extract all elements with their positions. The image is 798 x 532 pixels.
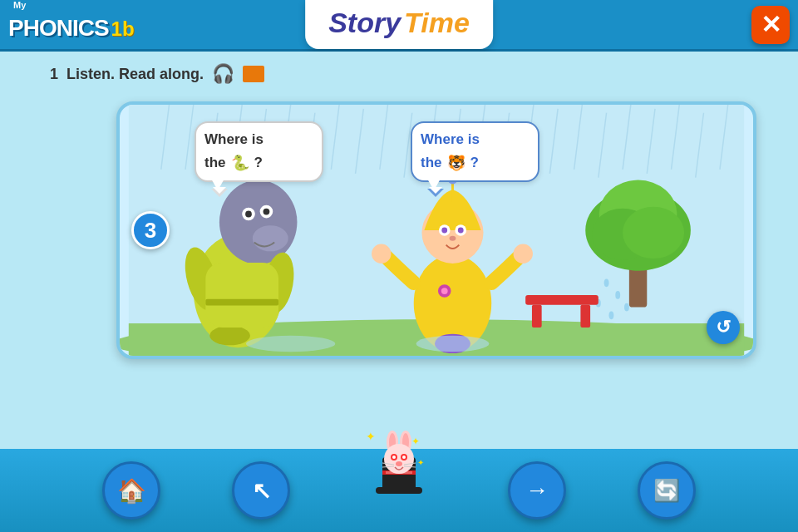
bubble-right-end: ?	[470, 153, 479, 173]
bottom-navigation: ✦ ✦ ✦ 🏠 ↖ → 🔄	[0, 449, 798, 532]
story-scene: 3 Where is the 🐍 ? Where is the 🐯 ?	[116, 101, 756, 359]
svg-text:✦: ✦	[417, 458, 424, 467]
svg-point-84	[396, 461, 402, 466]
replay-button[interactable]: ↺	[707, 311, 740, 344]
home-button[interactable]: 🏠	[102, 461, 160, 520]
svg-point-59	[458, 228, 464, 234]
home-icon: 🏠	[117, 477, 146, 505]
speech-bubble-right: Where is the 🐯 ?	[411, 121, 539, 182]
bubble-right-line1: Where is	[421, 130, 530, 150]
next-button[interactable]: →	[508, 461, 566, 520]
svg-point-68	[416, 336, 490, 352]
headphones-icon: 🎧	[212, 63, 234, 85]
svg-point-31	[623, 207, 684, 259]
svg-point-35	[624, 303, 629, 312]
close-button[interactable]: ✕	[751, 6, 790, 44]
time-word: Time	[404, 7, 470, 39]
step-number: 3	[145, 218, 156, 244]
svg-rect-53	[205, 299, 278, 306]
story-word: Story	[328, 7, 401, 39]
svg-point-36	[609, 311, 614, 319]
svg-point-66	[514, 244, 533, 264]
svg-point-69	[246, 336, 335, 352]
svg-rect-52	[205, 263, 278, 328]
svg-point-82	[392, 456, 396, 459]
story-time-banner: Story Time	[305, 0, 493, 49]
svg-point-49	[209, 326, 250, 345]
step-number-badge: 3	[131, 211, 170, 249]
snake-icon: 🐍	[231, 153, 249, 174]
logo-phonics: PHONICS	[8, 15, 109, 42]
logo-area: My PHONICS 1b	[8, 8, 135, 42]
svg-point-46	[264, 209, 270, 215]
next-icon: →	[525, 477, 549, 504]
svg-point-60	[450, 236, 456, 241]
logo-1b: 1b	[111, 17, 135, 41]
bubble-left-line2: the	[204, 153, 226, 173]
svg-point-33	[615, 291, 620, 299]
svg-rect-71	[376, 487, 422, 494]
logo-my: My	[13, 0, 26, 10]
bubble-left-end: ?	[254, 153, 263, 173]
instruction-row: 1 Listen. Read along. 🎧	[50, 63, 264, 85]
svg-point-64	[441, 288, 448, 294]
close-icon: ✕	[761, 12, 781, 37]
svg-point-83	[402, 456, 406, 459]
back-button[interactable]: ↖	[232, 461, 290, 520]
book-icon	[243, 66, 264, 82]
main-content: 1 Listen. Read along. 🎧	[0, 52, 798, 532]
svg-rect-37	[525, 295, 598, 305]
tiger-icon: 🐯	[447, 153, 466, 174]
svg-rect-39	[580, 305, 590, 328]
svg-point-41	[219, 180, 298, 264]
bubble-left-line1: Where is	[204, 130, 313, 150]
svg-text:✦: ✦	[411, 436, 420, 447]
rabbit-mascot: ✦ ✦ ✦	[366, 424, 432, 524]
refresh-button[interactable]: 🔄	[638, 461, 696, 520]
bubble-right-line2: the	[421, 153, 442, 173]
speech-bubble-left: Where is the 🐍 ?	[195, 121, 323, 182]
svg-rect-38	[532, 305, 542, 328]
svg-point-65	[372, 244, 391, 264]
header: My PHONICS 1b Story Time ✕	[0, 0, 798, 52]
instruction-number: 1	[50, 66, 58, 83]
svg-text:✦: ✦	[366, 430, 376, 443]
svg-point-32	[604, 278, 609, 287]
svg-point-44	[245, 211, 252, 218]
replay-icon: ↺	[716, 317, 731, 338]
svg-point-42	[253, 225, 288, 251]
back-icon: ↖	[252, 477, 271, 505]
instruction-text: Listen. Read along.	[66, 66, 204, 83]
svg-point-57	[441, 228, 447, 234]
refresh-icon: 🔄	[653, 478, 680, 504]
